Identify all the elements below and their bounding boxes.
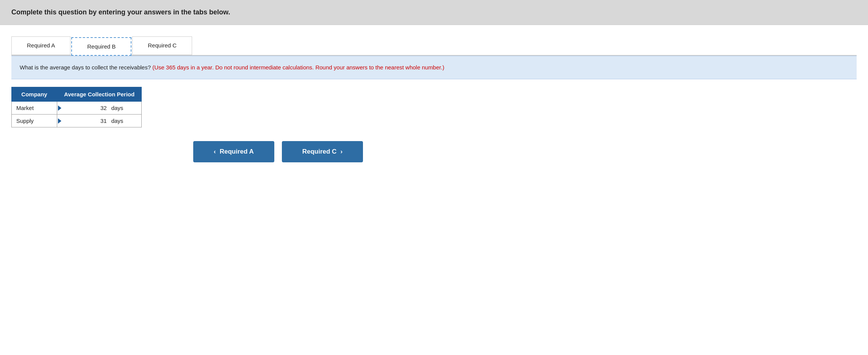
table-row: Market days bbox=[12, 102, 142, 115]
main-content: Required A Required B Required C What is… bbox=[0, 25, 868, 174]
next-label: Required C bbox=[302, 148, 337, 156]
tab-required-b[interactable]: Required B bbox=[71, 37, 131, 56]
days-cell-market: days bbox=[109, 102, 142, 115]
col-acp-header: Average Collection Period bbox=[57, 87, 142, 102]
next-button[interactable]: Required C › bbox=[282, 141, 363, 162]
col-company-header: Company bbox=[12, 87, 57, 102]
value-cell-supply bbox=[57, 115, 109, 127]
header-instruction: Complete this question by entering your … bbox=[11, 8, 230, 16]
tab-required-a[interactable]: Required A bbox=[11, 36, 70, 55]
prev-label: Required A bbox=[220, 148, 254, 156]
question-text: What is the average days to collect the … bbox=[20, 64, 151, 71]
input-supply[interactable] bbox=[84, 118, 107, 124]
prev-button[interactable]: ‹ Required A bbox=[193, 141, 274, 162]
prev-chevron: ‹ bbox=[214, 148, 216, 156]
tab-required-c[interactable]: Required C bbox=[132, 36, 192, 55]
days-cell-supply: days bbox=[109, 115, 142, 127]
company-name-market: Market bbox=[12, 102, 57, 115]
company-name-supply: Supply bbox=[12, 115, 57, 127]
nav-buttons: ‹ Required A Required C › bbox=[193, 141, 857, 162]
table-section: Company Average Collection Period Market… bbox=[11, 87, 857, 127]
input-market[interactable] bbox=[84, 105, 107, 111]
header-bar: Complete this question by entering your … bbox=[0, 0, 868, 25]
data-table: Company Average Collection Period Market… bbox=[11, 87, 142, 127]
question-area: What is the average days to collect the … bbox=[11, 56, 857, 79]
table-row: Supply days bbox=[12, 115, 142, 127]
value-cell-market bbox=[57, 102, 109, 115]
tabs-row: Required A Required B Required C bbox=[11, 36, 857, 56]
next-chevron: › bbox=[340, 148, 343, 156]
question-instruction: (Use 365 days in a year. Do not round in… bbox=[152, 64, 444, 71]
